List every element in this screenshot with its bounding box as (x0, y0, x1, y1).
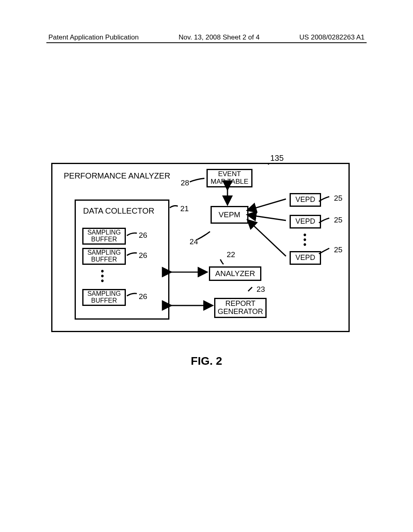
sampling-ellipsis: ••• (101, 269, 104, 283)
svg-line-3 (248, 220, 286, 256)
ref-vepd-1: 25 (334, 194, 342, 203)
sampling-buffer-2: SAMPLING BUFFER (82, 248, 126, 265)
header-date-sheet: Nov. 13, 2008 Sheet 2 of 4 (179, 33, 260, 42)
ref-report-23: 23 (257, 285, 265, 294)
svg-line-1 (248, 199, 286, 210)
vepm-box: VEPM (211, 206, 248, 224)
svg-line-2 (248, 215, 286, 220)
performance-analyzer-outer-box: PERFORMANCE ANALYZER EVENT MAP TABLE 28 … (51, 163, 350, 332)
header-pubnum: US 2008/0282263 A1 (299, 33, 365, 42)
report-generator-box: REPORT GENERATOR (214, 298, 267, 318)
ref-analyzer-22: 22 (227, 250, 235, 259)
ref-sampling-1: 26 (139, 231, 147, 240)
performance-analyzer-title: PERFORMANCE ANALYZER (64, 171, 170, 181)
header-rule (46, 42, 367, 43)
header-publication: Patent Application Publication (48, 33, 139, 42)
vepd-box-3: VEPD (290, 251, 321, 265)
figure-caption: FIG. 2 (0, 355, 413, 368)
ref-vepm-24: 24 (190, 237, 198, 246)
ref-vepd-2: 25 (334, 216, 342, 224)
sampling-buffer-1: SAMPLING BUFFER (82, 228, 126, 245)
event-map-table-box: EVENT MAP TABLE (206, 169, 252, 187)
ref-outer-135: 135 (270, 154, 284, 163)
ref-sampling-2: 26 (139, 251, 147, 260)
vepd-box-1: VEPD (290, 193, 321, 207)
ref-sampling-3: 26 (139, 292, 147, 301)
ref-event-map-28: 28 (181, 179, 189, 187)
data-collector-title: DATA COLLECTOR (83, 206, 154, 215)
vepd-box-2: VEPD (290, 215, 321, 229)
ref-vepd-3: 25 (334, 245, 342, 254)
analyzer-box: ANALYZER (209, 266, 261, 281)
sampling-buffer-3: SAMPLING BUFFER (82, 289, 126, 306)
vepd-ellipsis: ••• (303, 233, 307, 247)
ref-data-collector-21: 21 (180, 204, 189, 213)
